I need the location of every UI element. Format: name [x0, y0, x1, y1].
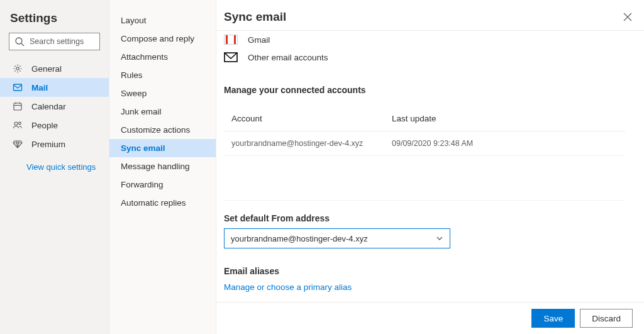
mail-icon	[13, 82, 23, 92]
nav-item-people[interactable]: People	[0, 116, 109, 135]
settings-detail-pane: Sync email Gmail Other email accounts Ma…	[216, 0, 644, 334]
search-box[interactable]	[9, 33, 100, 50]
col-header-last-update: Last update	[392, 114, 618, 123]
add-other-label: Other email accounts	[248, 53, 328, 62]
detail-title: Sync email	[224, 10, 286, 24]
nav-item-mail[interactable]: Mail	[0, 78, 109, 97]
calendar-icon	[13, 101, 23, 111]
svg-point-2	[16, 67, 19, 70]
nav-item-label: General	[31, 64, 62, 74]
settings-sidebar: Settings General	[0, 0, 109, 334]
detail-footer: Save Discard	[216, 302, 644, 334]
default-from-heading: Set default From address	[224, 213, 625, 223]
default-from-dropdown[interactable]: yourbrandname@hostinger-dev-4.xyz	[224, 228, 450, 248]
diamond-icon	[13, 139, 23, 149]
subnav-item-customize-actions[interactable]: Customize actions	[109, 121, 216, 139]
add-other-option[interactable]: Other email accounts	[224, 48, 625, 66]
settings-subnav: Layout Compose and reply Attachments Rul…	[109, 0, 216, 334]
subnav-item-compose[interactable]: Compose and reply	[109, 30, 216, 48]
view-quick-settings-link[interactable]: View quick settings	[0, 153, 109, 172]
people-icon	[13, 120, 23, 130]
svg-point-9	[19, 122, 21, 125]
search-icon	[14, 36, 25, 47]
subnav-item-automatic-replies[interactable]: Automatic replies	[109, 194, 216, 212]
nav-item-label: Premium	[31, 140, 65, 149]
subnav-item-sweep[interactable]: Sweep	[109, 84, 216, 103]
svg-line-1	[21, 43, 24, 46]
gmail-icon	[224, 35, 238, 45]
envelope-icon	[224, 52, 238, 62]
close-icon[interactable]	[623, 12, 633, 22]
nav-item-label: Calendar	[31, 102, 66, 111]
connected-accounts-table: Account Last update yourbrandname@hostin…	[224, 106, 625, 156]
cell-account: yourbrandname@hostinger-dev-4.xyz	[231, 139, 392, 148]
add-gmail-option[interactable]: Gmail	[224, 31, 625, 48]
subnav-item-forwarding[interactable]: Forwarding	[109, 175, 216, 194]
email-aliases-heading: Email aliases	[224, 266, 625, 276]
settings-dialog: Settings General	[0, 0, 644, 334]
save-button[interactable]: Save	[531, 309, 575, 328]
nav-item-calendar[interactable]: Calendar	[0, 97, 109, 116]
table-header-row: Account Last update	[224, 106, 625, 131]
svg-rect-3	[14, 84, 22, 91]
detail-scroll[interactable]: Gmail Other email accounts Manage your c…	[216, 31, 644, 334]
subnav-item-sync-email[interactable]: Sync email	[109, 139, 216, 157]
chevron-down-icon	[436, 235, 443, 242]
gear-icon	[13, 64, 23, 74]
manage-aliases-link[interactable]: Manage or choose a primary alias	[224, 282, 352, 292]
subnav-item-attachments[interactable]: Attachments	[109, 48, 216, 66]
add-gmail-label: Gmail	[248, 35, 270, 45]
svg-point-8	[14, 122, 18, 125]
nav-item-label: Mail	[31, 83, 48, 92]
settings-category-list: General Mail Calendar People	[0, 59, 109, 153]
detail-header: Sync email	[216, 0, 644, 31]
nav-item-label: People	[31, 121, 58, 130]
settings-title: Settings	[0, 11, 109, 33]
manage-accounts-heading: Manage your connected accounts	[224, 85, 625, 95]
table-row[interactable]: yourbrandname@hostinger-dev-4.xyz 09/09/…	[224, 131, 625, 156]
col-header-account: Account	[231, 114, 392, 123]
subnav-item-junk-email[interactable]: Junk email	[109, 103, 216, 121]
subnav-item-message-handling[interactable]: Message handling	[109, 157, 216, 175]
subnav-item-layout[interactable]: Layout	[109, 11, 216, 30]
svg-rect-4	[14, 103, 21, 110]
nav-item-premium[interactable]: Premium	[0, 135, 109, 153]
discard-button[interactable]: Discard	[580, 309, 633, 328]
default-from-value: yourbrandname@hostinger-dev-4.xyz	[231, 234, 368, 243]
cell-last-update: 09/09/2020 9:23:48 AM	[392, 139, 618, 148]
subnav-item-rules[interactable]: Rules	[109, 66, 216, 84]
nav-item-general[interactable]: General	[0, 59, 109, 78]
svg-point-0	[16, 38, 22, 44]
